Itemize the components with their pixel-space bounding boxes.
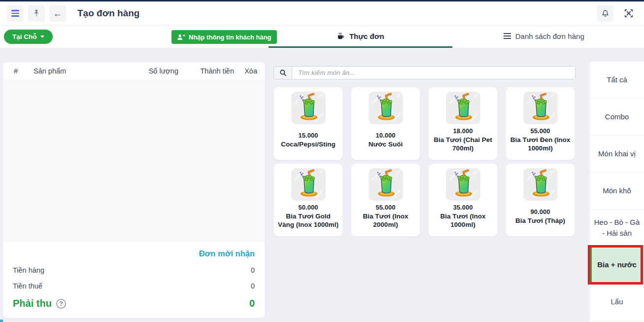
total-due-label: Phải thu xyxy=(13,298,52,309)
total-due-value: 0 xyxy=(249,298,255,309)
product-card[interactable]: 55.000 Bia Tươi (Inox 2000ml) xyxy=(351,163,420,237)
tab-menu-label: Thực đơn xyxy=(349,32,384,40)
product-card[interactable]: 90.000 Bia Tươi (Tháp) xyxy=(506,163,575,237)
tab-bar: Thực đơn Danh sách đơn hàng xyxy=(269,26,636,48)
product-name: Bia Tươi (Tháp) xyxy=(515,217,565,225)
order-type-dropdown[interactable]: Tại Chỗ xyxy=(4,30,53,44)
back-arrow-icon: ← xyxy=(53,9,63,18)
order-type-label: Tại Chỗ xyxy=(12,33,37,40)
tab-menu[interactable]: Thực đơn xyxy=(269,26,452,48)
product-grid: 15.000 Coca/Pepsi/Sting 10.000 Nước Suối… xyxy=(273,87,576,237)
product-card[interactable]: 55.000 Bia Tươi Đen (Inox 1000ml) xyxy=(506,87,575,160)
product-price: 15.000 xyxy=(281,132,335,139)
product-card[interactable]: 15.000 Coca/Pepsi/Sting xyxy=(273,87,343,160)
order-panel: # Sản phẩm Số lượng Thành tiền Xóa Đơn m… xyxy=(3,62,265,318)
drink-image xyxy=(523,168,558,201)
tab-order-list-label: Danh sách đơn hàng xyxy=(515,32,584,40)
order-summary: Đơn mới nhận Tiền hàng 0 Tiền thuế 0 Phả… xyxy=(3,242,265,318)
tax-label: Tiền thuế xyxy=(13,282,42,290)
pin-button[interactable] xyxy=(28,5,45,22)
customer-info-button[interactable]: Nhập thông tin khách hàng xyxy=(171,30,277,44)
coffee-cup-icon xyxy=(337,32,345,40)
menu-search xyxy=(273,66,576,79)
tax-value: 0 xyxy=(251,282,255,290)
drink-image xyxy=(523,92,558,124)
search-icon xyxy=(279,69,287,76)
category-dried-food[interactable]: Món khô xyxy=(590,173,644,210)
corner-teal-mark xyxy=(0,320,3,322)
column-quantity: Số lượng xyxy=(133,67,178,75)
category-combo[interactable]: Combo xyxy=(590,99,644,136)
drink-image xyxy=(291,168,326,201)
drink-image xyxy=(446,168,480,201)
person-plus-icon xyxy=(177,34,185,41)
tab-order-list[interactable]: Danh sách đơn hàng xyxy=(452,26,636,48)
product-name: Bia Tươi Đen (Inox 1000ml) xyxy=(509,136,572,153)
hamburger-icon xyxy=(11,10,19,17)
fullscreen-button[interactable] xyxy=(620,5,637,22)
drink-image xyxy=(446,92,480,124)
expand-icon xyxy=(624,8,634,18)
category-all[interactable]: Tất cả xyxy=(590,62,644,99)
product-name: Nước Suối xyxy=(369,141,403,149)
product-price: 55.000 xyxy=(509,127,572,135)
product-card[interactable]: 50.000 Bia Tươi Gold Vàng (Inox 1000ml) xyxy=(273,163,343,237)
category-appetizer[interactable]: Món khai vị xyxy=(590,136,644,173)
customer-button-label: Nhập thông tin khách hàng xyxy=(189,34,271,41)
product-price: 35.000 xyxy=(432,204,494,211)
product-price: 90.000 xyxy=(515,208,565,215)
product-card[interactable]: 10.000 Nước Suối xyxy=(351,87,420,160)
chevron-down-icon xyxy=(40,36,44,38)
product-name: Bia Tươi (Inox 2000ml) xyxy=(354,213,417,229)
column-index: # xyxy=(14,67,34,75)
category-beer-drinks[interactable]: Bia + nước xyxy=(590,247,644,284)
product-price: 50.000 xyxy=(277,204,339,211)
product-price: 18.000 xyxy=(432,127,494,135)
order-table-header: # Sản phẩm Số lượng Thành tiền Xóa xyxy=(3,62,265,80)
navbar: ← Tạo đơn hàng xyxy=(0,1,644,26)
summary-row-total: Phải thu ? 0 xyxy=(13,298,255,309)
product-card[interactable]: 18.000 Bia Tươi (Chai Pet 700ml) xyxy=(428,87,498,160)
help-icon[interactable]: ? xyxy=(56,299,66,309)
pos-order-page: ← Tạo đơn hàng Tại Chỗ xyxy=(0,0,644,322)
back-button[interactable]: ← xyxy=(49,5,66,22)
category-sidebar: Tất cả Combo Món khai vị Món khô Heo - B… xyxy=(590,62,644,322)
subtotal-label: Tiền hàng xyxy=(13,266,44,274)
menu-button[interactable] xyxy=(7,5,24,22)
page-title: Tạo đơn hàng xyxy=(77,8,139,19)
drink-image xyxy=(369,92,403,124)
summary-row-tax: Tiền thuế 0 xyxy=(13,282,255,290)
search-icon-box xyxy=(274,67,292,79)
column-product: Sản phẩm xyxy=(34,67,133,75)
category-hotpot[interactable]: Lẩu xyxy=(590,284,644,321)
pin-icon xyxy=(32,9,41,18)
product-price: 10.000 xyxy=(369,132,403,139)
order-items-empty-area xyxy=(3,80,265,242)
category-meat-seafood[interactable]: Heo - Bò - Gà - Hải sản xyxy=(590,210,644,247)
summary-row-subtotal: Tiền hàng 0 xyxy=(13,266,255,274)
product-name: Coca/Pepsi/Sting xyxy=(281,141,335,149)
search-input[interactable] xyxy=(292,67,575,79)
product-card[interactable]: 35.000 Bia Tươi (Inox 1000ml) xyxy=(428,163,498,237)
toolbar: Tại Chỗ Nhập thông tin khách hàng Thực đ… xyxy=(0,26,644,48)
order-status-badge: Đơn mới nhận xyxy=(13,249,255,258)
product-name: Bia Tươi (Chai Pet 700ml) xyxy=(432,136,494,153)
product-name: Bia Tươi Gold Vàng (Inox 1000ml) xyxy=(277,213,339,229)
bell-icon xyxy=(601,9,610,18)
subtotal-value: 0 xyxy=(251,266,255,274)
drink-image xyxy=(369,168,403,201)
product-price: 55.000 xyxy=(354,204,417,211)
list-icon xyxy=(504,33,511,39)
product-name: Bia Tươi (Inox 1000ml) xyxy=(432,213,494,229)
drink-image xyxy=(291,92,326,124)
notifications-button[interactable] xyxy=(597,5,613,22)
column-amount: Thành tiền xyxy=(178,67,234,75)
column-delete: Xóa xyxy=(234,67,257,75)
